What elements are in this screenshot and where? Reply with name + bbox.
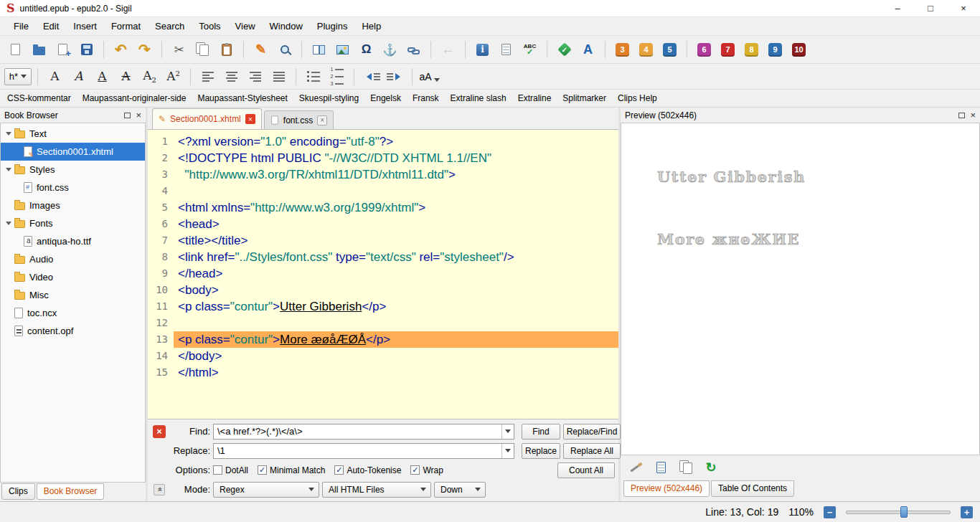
metadata-icon[interactable]: i: [471, 39, 494, 60]
option-dotall[interactable]: DotAll: [213, 465, 248, 475]
replace-button[interactable]: Replace: [522, 443, 560, 459]
menu-help[interactable]: Help: [354, 18, 388, 34]
tree-item-fonts[interactable]: Fonts: [1, 214, 145, 232]
italic-icon[interactable]: A: [67, 66, 90, 87]
zoom-slider[interactable]: [846, 506, 951, 518]
clip-maupassant-originaler-side[interactable]: Maupassant-originaler-side: [83, 93, 187, 103]
heading-select[interactable]: h*: [4, 68, 32, 85]
new-file-icon[interactable]: [4, 39, 27, 60]
find-combo-arrow[interactable]: [501, 424, 514, 439]
menu-edit[interactable]: Edit: [36, 18, 66, 34]
change-case-icon[interactable]: aA: [418, 66, 440, 87]
mode-select[interactable]: Regex: [213, 482, 319, 498]
plugin-icon-9[interactable]: 9: [764, 39, 786, 60]
tab-book-browser[interactable]: Book Browser: [37, 483, 105, 500]
undock-icon[interactable]: [124, 113, 131, 118]
tree-item-images[interactable]: Images: [1, 196, 145, 214]
clip-extraline-slash[interactable]: Extraline slash: [451, 93, 507, 103]
report-icon[interactable]: [495, 39, 517, 60]
menu-plugins[interactable]: Plugins: [310, 18, 355, 34]
copy-icon[interactable]: [192, 39, 214, 60]
plugin-icon-3[interactable]: 3: [611, 39, 633, 60]
code-line-5[interactable]: 5<html xmlns="http://www.w3.org/1999/xht…: [148, 199, 618, 216]
count-all-button[interactable]: Count All: [557, 462, 615, 478]
preview-undock-icon[interactable]: [958, 113, 965, 118]
replace-input[interactable]: [214, 445, 501, 456]
anchor-icon[interactable]: ⚓: [379, 39, 401, 60]
menu-view[interactable]: View: [228, 18, 263, 34]
menu-file[interactable]: File: [6, 18, 36, 34]
menu-insert[interactable]: Insert: [66, 18, 104, 34]
bullet-list-icon[interactable]: [302, 66, 324, 87]
tree-item-section0001-xhtml[interactable]: Section0001.xhtml: [1, 143, 145, 161]
option-wrap[interactable]: ✓Wrap: [410, 465, 443, 475]
cut-icon[interactable]: ✂: [168, 39, 190, 60]
preview-close-icon[interactable]: ×: [970, 110, 976, 120]
plugin-icon-4[interactable]: 4: [635, 39, 657, 60]
code-line-7[interactable]: 7<title></title>: [148, 232, 618, 249]
tab-clips[interactable]: Clips: [1, 483, 35, 500]
menu-tools[interactable]: Tools: [192, 18, 227, 34]
zoom-in-button[interactable]: +: [961, 506, 973, 518]
bold-icon[interactable]: A: [44, 66, 66, 87]
find-input[interactable]: [214, 426, 501, 437]
replace-combo-arrow[interactable]: [501, 444, 514, 458]
back-icon[interactable]: ←: [437, 39, 459, 60]
clip-clips-help[interactable]: Clips Help: [618, 93, 657, 103]
numbered-list-icon[interactable]: [326, 66, 348, 87]
tree-item-text[interactable]: Text: [1, 125, 145, 143]
clip-engelsk[interactable]: Engelsk: [370, 93, 401, 103]
plugin-icon-6[interactable]: 6: [693, 39, 715, 60]
refresh-icon[interactable]: ↻: [703, 460, 719, 475]
replace-all-button[interactable]: Replace All: [563, 443, 621, 459]
option-auto-tokenise[interactable]: ✓Auto-Tokenise: [334, 465, 401, 475]
tree-item-video[interactable]: Video: [1, 268, 145, 286]
minimize-button[interactable]: –: [881, 0, 914, 16]
tree-item-font-css[interactable]: font.css: [1, 179, 145, 196]
undo-icon[interactable]: ↶: [110, 39, 132, 60]
close-tab-icon[interactable]: ×: [317, 115, 327, 125]
direction-select[interactable]: Down: [434, 482, 486, 498]
code-line-1[interactable]: 1<?xml version="1.0" encoding="utf-8"?>: [148, 133, 618, 150]
tree-item-misc[interactable]: Misc: [1, 286, 145, 304]
font-icon[interactable]: A: [577, 39, 599, 60]
clip-maupassant-stylesheet[interactable]: Maupassant-Stylesheet: [197, 93, 287, 103]
insert-image-icon[interactable]: [331, 39, 354, 60]
plugin-icon-8[interactable]: 8: [740, 39, 763, 60]
tree-item-audio[interactable]: Audio: [1, 250, 145, 268]
indent-icon[interactable]: [384, 66, 406, 87]
code-line-4[interactable]: 4: [148, 183, 618, 199]
tree-item-content-opf[interactable]: content.opf: [1, 322, 145, 340]
underline-icon[interactable]: A: [91, 66, 113, 87]
close-find-icon[interactable]: ×: [153, 425, 166, 438]
strikethrough-icon[interactable]: A: [115, 66, 137, 87]
align-center-icon[interactable]: [220, 66, 242, 87]
zoom-slider-handle[interactable]: [900, 506, 908, 518]
close-button[interactable]: ×: [947, 0, 980, 16]
maximize-button[interactable]: □: [914, 0, 947, 16]
align-right-icon[interactable]: [244, 66, 266, 87]
dock-close-icon[interactable]: ×: [136, 110, 141, 120]
collapse-find-icon[interactable]: »: [154, 484, 165, 495]
clip-css-kommentar[interactable]: CSS-kommentar: [7, 93, 71, 103]
edit-icon[interactable]: ✎: [250, 39, 272, 60]
tab-table-of-contents[interactable]: Table Of Contents: [711, 480, 794, 497]
close-tab-icon[interactable]: ×: [245, 114, 255, 124]
code-line-12[interactable]: 12: [148, 315, 618, 331]
option-minimal-match[interactable]: ✓Minimal Match: [258, 465, 325, 475]
plugin-icon-10[interactable]: 10: [788, 39, 810, 60]
clip-extraline[interactable]: Extraline: [518, 93, 552, 103]
inspect-icon[interactable]: [628, 460, 644, 475]
align-left-icon[interactable]: [197, 66, 219, 87]
insert-link-icon[interactable]: [402, 39, 425, 60]
code-line-11[interactable]: 11<p class="contur">Utter Gibberish</p>: [148, 298, 618, 315]
spellcheck-icon[interactable]: ABC✓: [519, 39, 541, 60]
code-line-10[interactable]: 10<body>: [148, 282, 618, 298]
tree-expand-icon[interactable]: [4, 132, 13, 136]
clip-fransk[interactable]: Fransk: [413, 93, 439, 103]
subscript-icon[interactable]: A: [138, 66, 161, 87]
menu-format[interactable]: Format: [104, 18, 148, 34]
files-select[interactable]: All HTML Files: [322, 482, 431, 498]
menu-window[interactable]: Window: [263, 18, 310, 34]
code-line-13[interactable]: 13<p class="contur">More æøåÆØÅ</p>: [148, 331, 618, 348]
